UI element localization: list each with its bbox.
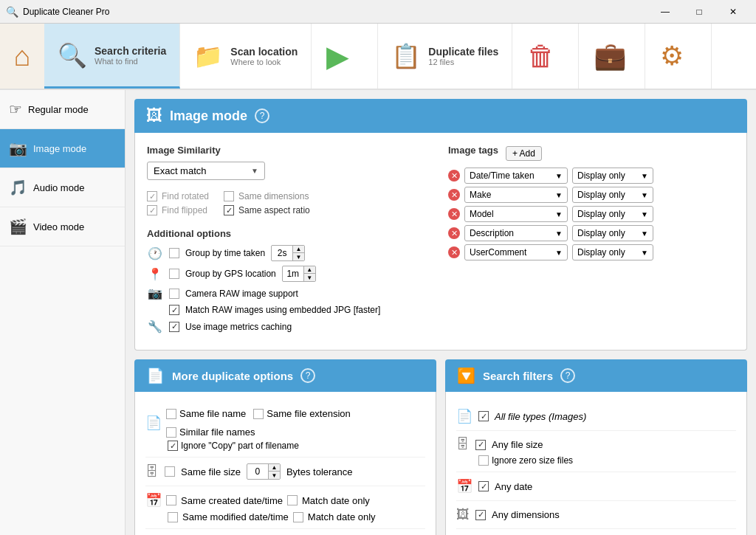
time-down-btn[interactable]: ▼ xyxy=(292,253,304,260)
find-rotated-checkbox[interactable] xyxy=(147,191,157,201)
gps-spinner-value: 1m xyxy=(283,267,303,280)
gps-spinner[interactable]: 1m ▲ ▼ xyxy=(282,266,316,282)
content-area: 🖼 Image mode ? Image Similarity Exact ma… xyxy=(126,90,756,535)
tag-display-dropdown[interactable]: Display only ▼ xyxy=(572,206,653,222)
sidebar-item-audio[interactable]: 🎵 Audio mode xyxy=(0,168,125,207)
scan-location-icon: 📁 xyxy=(193,42,223,70)
toolbar-delete-button[interactable]: 🗑 xyxy=(512,24,579,89)
tag-display-dropdown[interactable]: Display only ▼ xyxy=(572,187,653,203)
tag-remove-button[interactable]: ✕ xyxy=(448,227,460,239)
match-date-only-1-checkbox[interactable] xyxy=(287,495,298,505)
image-mode-header-icon: 🖼 xyxy=(146,106,162,125)
additional-options: Additional options 🕐 Group by time taken… xyxy=(147,228,433,334)
toolbar-run-button[interactable]: ▶ xyxy=(312,24,378,89)
tag-name-value: Date/Time taken xyxy=(470,170,535,181)
group-by-gps-row: 📍 Group by GPS location 1m ▲ ▼ xyxy=(147,266,433,282)
image-mode-title: Image mode xyxy=(170,108,247,124)
camera-raw-checkbox[interactable] xyxy=(169,289,179,299)
ignore-copy-checkbox[interactable] xyxy=(168,441,178,451)
home-icon: ⌂ xyxy=(14,41,31,72)
tag-display-dropdown[interactable]: Display only ▼ xyxy=(572,168,653,184)
toolbar-scan-location[interactable]: 📁 Scan location Where to look xyxy=(180,24,312,89)
left-column: Image Similarity Exact match ▼ Find rota… xyxy=(147,145,433,338)
toolbar-search-criteria[interactable]: 🔍 Search criteria What to find xyxy=(44,24,180,89)
group-by-gps-checkbox[interactable] xyxy=(169,269,179,279)
sidebar-item-regular[interactable]: ☞ Regular mode xyxy=(0,90,125,129)
tag-name-dropdown[interactable]: Model ▼ xyxy=(464,206,568,222)
use-cache-row: 🔧 Use image metrics caching xyxy=(147,320,433,334)
same-extension-checkbox[interactable] xyxy=(253,409,264,419)
search-filters-body: 📄 All file types (Images) 🗄 Any file siz… xyxy=(445,392,747,535)
same-file-name-label: Same file name xyxy=(179,408,246,419)
tag-display-dropdown[interactable]: Display only ▼ xyxy=(572,225,653,241)
find-flipped-checkbox[interactable] xyxy=(147,205,157,215)
similarity-dropdown[interactable]: Exact match ▼ xyxy=(147,162,265,180)
same-size-checkbox[interactable] xyxy=(165,466,175,477)
any-dimensions-checkbox[interactable] xyxy=(475,510,486,520)
group-by-time-checkbox[interactable] xyxy=(169,248,179,258)
camera-raw-icon: 📷 xyxy=(147,286,163,300)
match-raw-checkbox[interactable] xyxy=(169,305,179,315)
toolbar-settings-button[interactable]: ⚙ xyxy=(645,24,712,89)
same-modified-checkbox[interactable] xyxy=(168,512,178,522)
similar-names-checkbox[interactable] xyxy=(166,427,176,438)
ignore-zero-size-label: Ignore zero size files xyxy=(492,455,573,466)
camera-raw-label: Camera RAW image support xyxy=(185,289,298,299)
gps-down-btn[interactable]: ▼ xyxy=(303,274,315,281)
match-raw-label: Match RAW images using embedded JPG [fas… xyxy=(185,305,380,315)
image-mode-header: 🖼 Image mode ? xyxy=(134,99,747,133)
same-file-name-checkbox[interactable] xyxy=(166,409,176,419)
tag-remove-button[interactable]: ✕ xyxy=(448,208,460,220)
tag-name-dropdown[interactable]: Description ▼ xyxy=(464,225,568,241)
home-button[interactable]: ⌂ xyxy=(0,24,44,89)
search-filters-help[interactable]: ? xyxy=(560,368,575,383)
tag-remove-button[interactable]: ✕ xyxy=(448,170,460,182)
any-date-checkbox[interactable] xyxy=(478,481,489,491)
match-date-only-2-checkbox[interactable] xyxy=(293,512,303,522)
gps-up-btn[interactable]: ▲ xyxy=(303,266,315,274)
maximize-button[interactable]: □ xyxy=(682,0,716,24)
close-button[interactable]: ✕ xyxy=(716,0,750,24)
tag-display-value: Display only xyxy=(577,190,625,200)
any-file-size-checkbox[interactable] xyxy=(475,440,486,450)
tag-name-dropdown[interactable]: Make ▼ xyxy=(464,187,568,203)
tag-remove-button[interactable]: ✕ xyxy=(448,189,460,201)
tag-name-arrow: ▼ xyxy=(555,172,563,180)
all-file-types-checkbox[interactable] xyxy=(478,411,489,421)
same-aspect-ratio-checkbox[interactable] xyxy=(224,205,234,215)
same-created-checkbox[interactable] xyxy=(166,495,176,505)
toolbar-tools-button[interactable]: 💼 xyxy=(579,24,645,89)
similar-names-label: Similar file names xyxy=(179,427,255,438)
minimize-button[interactable]: — xyxy=(648,0,682,24)
add-tag-button[interactable]: + Add xyxy=(506,146,542,161)
tag-display-dropdown[interactable]: Display only ▼ xyxy=(572,244,653,260)
window-controls: — □ ✕ xyxy=(648,0,750,24)
more-options-help[interactable]: ? xyxy=(300,368,315,383)
tag-name-dropdown[interactable]: UserComment ▼ xyxy=(464,244,568,260)
tag-name-dropdown[interactable]: Date/Time taken ▼ xyxy=(464,168,568,184)
search-filters-icon: 🔽 xyxy=(457,367,475,384)
tag-remove-button[interactable]: ✕ xyxy=(448,246,460,258)
sidebar-item-video[interactable]: 🎬 Video mode xyxy=(0,207,125,246)
tag-display-arrow: ▼ xyxy=(641,229,648,238)
bytes-down-btn[interactable]: ▼ xyxy=(268,472,280,479)
ignore-zero-size-checkbox[interactable] xyxy=(478,455,489,466)
gps-icon: 📍 xyxy=(147,267,163,281)
filename-section: 📄 Same file name Same file extension xyxy=(145,402,425,458)
same-aspect-ratio-row: Same aspect ratio xyxy=(224,205,310,215)
time-up-btn[interactable]: ▲ xyxy=(292,246,304,253)
bytes-tolerance-spinner[interactable]: 0 ▲ ▼ xyxy=(247,463,281,480)
file-types-icon: 📄 xyxy=(456,408,472,424)
time-spinner[interactable]: 2s ▲ ▼ xyxy=(271,245,305,261)
image-mode-body: Image Similarity Exact match ▼ Find rota… xyxy=(134,133,747,351)
sidebar-item-image[interactable]: 📷 Image mode xyxy=(0,129,125,168)
bytes-up-btn[interactable]: ▲ xyxy=(268,464,280,472)
find-options-right: Same dimensions Same aspect ratio xyxy=(224,187,310,219)
use-cache-checkbox[interactable] xyxy=(169,322,179,332)
date-filter-icon: 📅 xyxy=(456,478,472,494)
tag-name-arrow: ▼ xyxy=(555,229,563,238)
search-criteria-label: Search criteria xyxy=(94,45,166,57)
image-mode-help[interactable]: ? xyxy=(255,108,269,123)
toolbar-duplicate-files[interactable]: 📋 Duplicate files 12 files xyxy=(378,24,512,89)
same-dimensions-checkbox[interactable] xyxy=(224,191,234,201)
